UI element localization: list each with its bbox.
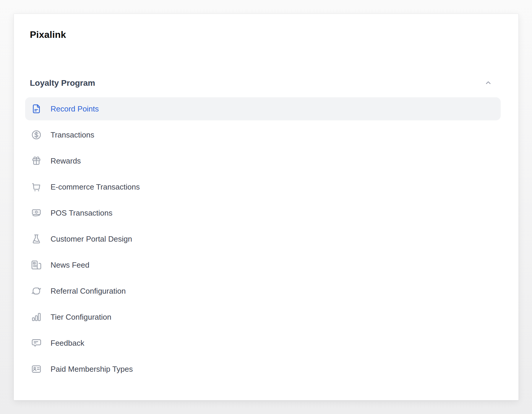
sidebar-item-label: Transactions xyxy=(51,130,94,140)
bar-chart-icon xyxy=(31,312,42,322)
app-title: Pixalink xyxy=(30,29,501,41)
section-collapse-button[interactable] xyxy=(483,78,494,88)
newspaper-icon xyxy=(31,260,42,270)
sidebar-item-label: Feedback xyxy=(51,338,84,348)
banknote-icon xyxy=(31,208,42,218)
file-text-icon xyxy=(31,104,42,114)
section-header: Loyalty Program xyxy=(30,78,501,88)
sidebar-item-transactions[interactable]: Transactions xyxy=(25,123,501,146)
sidebar-item-paid-membership-types[interactable]: Paid Membership Types xyxy=(25,358,501,381)
message-bubble-icon xyxy=(31,338,42,348)
sidebar-item-rewards[interactable]: Rewards xyxy=(25,149,501,172)
sidebar-item-label: Customer Portal Design xyxy=(51,234,132,244)
gift-icon xyxy=(31,156,42,166)
sidebar-item-tier-configuration[interactable]: Tier Configuration xyxy=(25,305,501,329)
sidebar-item-label: Tier Configuration xyxy=(51,312,111,322)
flask-icon xyxy=(31,234,42,244)
sidebar-item-label: E-commerce Transactions xyxy=(51,182,140,192)
section-title: Loyalty Program xyxy=(30,78,95,88)
refresh-cycle-icon xyxy=(31,286,42,296)
sidebar-item-label: Rewards xyxy=(51,156,81,166)
sidebar-item-feedback[interactable]: Feedback xyxy=(25,331,501,355)
sidebar-item-label: POS Transactions xyxy=(51,208,113,218)
sidebar-item-referral-configuration[interactable]: Referral Configuration xyxy=(25,279,501,303)
sidebar-item-label: Paid Membership Types xyxy=(51,364,133,374)
sidebar-item-e-commerce-transactions[interactable]: E-commerce Transactions xyxy=(25,175,501,198)
sidebar-item-news-feed[interactable]: News Feed xyxy=(25,253,501,276)
sidebar-item-pos-transactions[interactable]: POS Transactions xyxy=(25,201,501,224)
sidebar-panel: Pixalink Loyalty Program Record Points T… xyxy=(14,14,519,400)
sidebar-item-label: News Feed xyxy=(51,260,90,270)
sidebar-item-record-points[interactable]: Record Points xyxy=(25,97,501,120)
shopping-cart-icon xyxy=(31,182,42,192)
chevron-up-icon xyxy=(484,79,492,88)
sidebar-item-label: Record Points xyxy=(51,104,99,114)
sidebar-item-label: Referral Configuration xyxy=(51,286,126,296)
loyalty-program-nav: Record Points Transactions Rewards E-com… xyxy=(25,97,501,381)
circle-dollar-icon xyxy=(31,130,42,140)
sidebar-item-customer-portal-design[interactable]: Customer Portal Design xyxy=(25,227,501,250)
id-card-icon xyxy=(31,364,42,374)
